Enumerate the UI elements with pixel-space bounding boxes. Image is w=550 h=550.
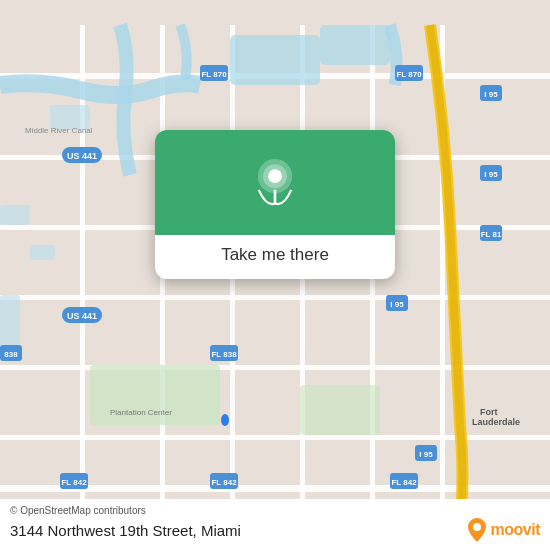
svg-point-58 [473,523,481,531]
svg-text:US 441: US 441 [67,151,97,161]
svg-text:FL 838: FL 838 [211,350,237,359]
svg-point-54 [221,414,229,426]
svg-text:FL 81: FL 81 [481,230,502,239]
moovit-pin-icon [467,518,487,542]
svg-rect-18 [30,245,55,260]
svg-text:Fort: Fort [480,407,498,417]
svg-rect-21 [300,385,380,435]
svg-text:Middle River Canal: Middle River Canal [25,126,93,135]
svg-text:FL 842: FL 842 [61,478,87,487]
svg-text:I 95: I 95 [419,450,433,459]
svg-rect-17 [0,205,30,225]
svg-text:Lauderdale: Lauderdale [472,417,520,427]
svg-rect-15 [320,25,390,65]
svg-text:Plantation Center: Plantation Center [110,408,172,417]
svg-point-57 [268,169,282,183]
svg-text:FL 842: FL 842 [211,478,237,487]
svg-text:I 95: I 95 [484,90,498,99]
svg-text:FL 870: FL 870 [201,70,227,79]
svg-text:FL 870: FL 870 [396,70,422,79]
svg-text:US 441: US 441 [67,311,97,321]
svg-text:838: 838 [4,350,18,359]
address-row: 3144 Northwest 19th Street, Miami moovit [10,518,540,542]
popup-button-section: Take me there [155,235,395,279]
popup-green-section [155,130,395,235]
address-text: 3144 Northwest 19th Street, Miami [10,522,241,539]
popup-card: Take me there [155,130,395,279]
moovit-logo: moovit [467,518,540,542]
copyright-text: © OpenStreetMap contributors [10,505,540,516]
svg-text:I 95: I 95 [484,170,498,179]
take-me-there-button[interactable]: Take me there [221,245,329,265]
moovit-wordmark: moovit [491,521,540,539]
svg-text:FL 842: FL 842 [391,478,417,487]
svg-text:I 95: I 95 [390,300,404,309]
map-container: US 441 US 441 FL 870 FL 870 I 95 I 95 FL… [0,0,550,550]
bottom-bar: © OpenStreetMap contributors 3144 Northw… [0,499,550,550]
svg-rect-14 [230,35,320,85]
location-pin-icon [251,159,299,207]
